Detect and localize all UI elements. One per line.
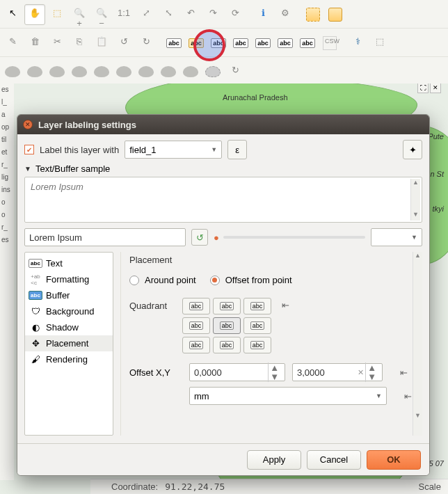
cat-shadow[interactable]: ◐Shadow (25, 319, 113, 335)
edit-tool[interactable]: ✎ (2, 33, 23, 54)
map-note-1: Pute (428, 132, 444, 141)
coord-value: 91.22,24.75 (165, 481, 225, 492)
pan-tool[interactable]: ✋ (24, 4, 45, 25)
quad-bl[interactable]: abc (182, 337, 210, 353)
d11[interactable]: ↻ (225, 61, 246, 82)
toolbar-row-1: ↖ ✋ ⬚ 🔍+ 🔍− 1:1 ⤢ ⤡ ↶ ↷ ⟳ ℹ ⚙ (0, 0, 448, 29)
offset-x-input[interactable]: 0,0000 ▲▼ (189, 363, 285, 381)
d10[interactable] (202, 61, 223, 82)
cat-placement[interactable]: ✥Placement (25, 335, 113, 351)
zoom-next-tool[interactable]: ↷ (202, 4, 223, 25)
chevron-down-icon: ▼ (376, 392, 382, 399)
placement-panel: Placement Around point Offset from point… (120, 252, 422, 436)
cat-rendering[interactable]: 🖌Rendering (25, 351, 113, 367)
dialog-titlebar[interactable]: ✕ Layer labeling settings (17, 115, 429, 134)
sample-text-input[interactable]: Lorem Ipsum (24, 228, 186, 246)
unit-dropdown[interactable]: mm ▼ (189, 387, 387, 405)
bg-color-dropdown[interactable]: ▼ (371, 228, 422, 246)
cat-formatting[interactable]: +ab<cFormatting (25, 271, 113, 287)
apply-button[interactable]: Apply (247, 450, 301, 470)
settings-tool[interactable]: ⚙ (275, 4, 296, 25)
select-rect-tool[interactable] (303, 4, 323, 25)
trash-tool[interactable]: 🗑 (24, 33, 45, 54)
quad-tr[interactable]: abc (243, 298, 271, 314)
plugin-tool[interactable]: ⬚ (369, 33, 390, 54)
pan-selection-tool[interactable]: ⬚ (47, 4, 67, 25)
label-tool-6[interactable]: abc (275, 33, 296, 54)
quad-mr[interactable]: abc (243, 317, 271, 334)
panel-close-icon[interactable]: ✕ (430, 83, 441, 93)
quad-tl[interactable]: abc (182, 298, 210, 314)
quad-mc[interactable]: abc (213, 317, 241, 334)
radio-around-label: Around point (145, 275, 196, 285)
paste-tool[interactable]: 📋 (91, 33, 112, 54)
quadrant-override-icon[interactable]: ⇤ (278, 298, 292, 312)
status-bar: Coordinate: 91.22,24.75 Scale (90, 479, 448, 494)
label-tool-5[interactable]: abc (253, 33, 273, 54)
quad-ml[interactable]: abc (182, 317, 210, 334)
cat-text[interactable]: abcText (25, 255, 113, 271)
redo-tool[interactable]: ↻ (136, 33, 157, 54)
zoom-out-tool[interactable]: 🔍− (91, 4, 112, 25)
label-tool-2[interactable]: abc (186, 33, 207, 54)
quad-bc[interactable]: abc (213, 337, 241, 353)
d2[interactable] (24, 61, 45, 82)
undo-tool[interactable]: ↺ (113, 33, 134, 54)
panel-detach-icon[interactable]: ⛶ (417, 83, 429, 93)
expression-button[interactable]: ε (227, 140, 247, 159)
sample-header[interactable]: ▼ Text/Buffer sample (24, 164, 422, 174)
radio-offset-point[interactable] (210, 276, 220, 285)
zoom-selection-tool[interactable]: ⤡ (158, 4, 179, 25)
field-dropdown[interactable]: field_1 ▼ (125, 141, 222, 159)
ok-button[interactable]: OK (367, 450, 421, 470)
quad-br[interactable]: abc (243, 337, 271, 353)
panel-scrollbar[interactable]: ▲▼ (413, 252, 422, 436)
clear-icon[interactable]: ✕ (358, 368, 364, 377)
zoom-full-tool[interactable]: 1:1 (113, 4, 134, 25)
field-dropdown-value: field_1 (129, 145, 156, 155)
refresh-tool[interactable]: ⟳ (225, 4, 246, 25)
reset-sample-button[interactable]: ↺ (191, 229, 208, 246)
d8[interactable] (158, 61, 179, 82)
quad-tc[interactable]: abc (213, 298, 241, 314)
close-icon[interactable]: ✕ (23, 120, 33, 129)
copy-tool[interactable]: ⎘ (69, 33, 90, 54)
unit-value: mm (194, 391, 209, 401)
cut-tool[interactable]: ✂ (47, 33, 67, 54)
size-slider[interactable] (223, 236, 365, 239)
d3[interactable] (47, 61, 67, 82)
d6[interactable] (113, 61, 134, 82)
offset-y-input[interactable]: 3,0000 ✕▲▼ (292, 363, 383, 381)
label-layer-checkbox[interactable]: ✔ (24, 145, 34, 154)
radio-around-point[interactable] (129, 276, 139, 285)
sample-scrollbar[interactable]: ▲▼ (410, 179, 420, 221)
zoom-layer-tool[interactable]: ⤢ (136, 4, 157, 25)
d5[interactable] (91, 61, 112, 82)
d4[interactable] (69, 61, 90, 82)
label-tool-4[interactable]: abc (230, 33, 251, 54)
cat-background[interactable]: 🛡Background (25, 303, 113, 319)
cat-buffer[interactable]: abcBuffer (25, 287, 113, 303)
radio-offset-label: Offset from point (225, 275, 292, 285)
label-tool-3[interactable]: abc (208, 33, 229, 54)
zoom-in-tool[interactable]: 🔍+ (69, 4, 90, 25)
engine-settings-button[interactable]: ✦ (403, 140, 422, 159)
label-tool-7[interactable]: abc (297, 33, 318, 54)
scale-label: Scale (418, 481, 441, 492)
label-layer-text: Label this layer with (40, 145, 119, 155)
select-tool2[interactable] (325, 4, 346, 25)
csw-tool[interactable]: CSW (319, 33, 340, 54)
offset-override-icon[interactable]: ⇤ (397, 365, 410, 379)
zoom-last-tool[interactable]: ↶ (180, 4, 201, 25)
d9[interactable] (180, 61, 201, 82)
panel-title: Placement (129, 255, 417, 265)
label-tool[interactable]: abc (163, 33, 184, 54)
cancel-button[interactable]: Cancel (307, 450, 361, 470)
dialog-button-bar: Apply Cancel OK (17, 443, 429, 475)
identify-tool[interactable]: ℹ (253, 4, 273, 25)
d1[interactable] (2, 61, 23, 82)
size-slider-handle[interactable]: ● (214, 232, 219, 243)
python-tool[interactable]: ⚕ (347, 33, 368, 54)
d7[interactable] (136, 61, 157, 82)
cursor-tool[interactable]: ↖ (2, 4, 23, 25)
